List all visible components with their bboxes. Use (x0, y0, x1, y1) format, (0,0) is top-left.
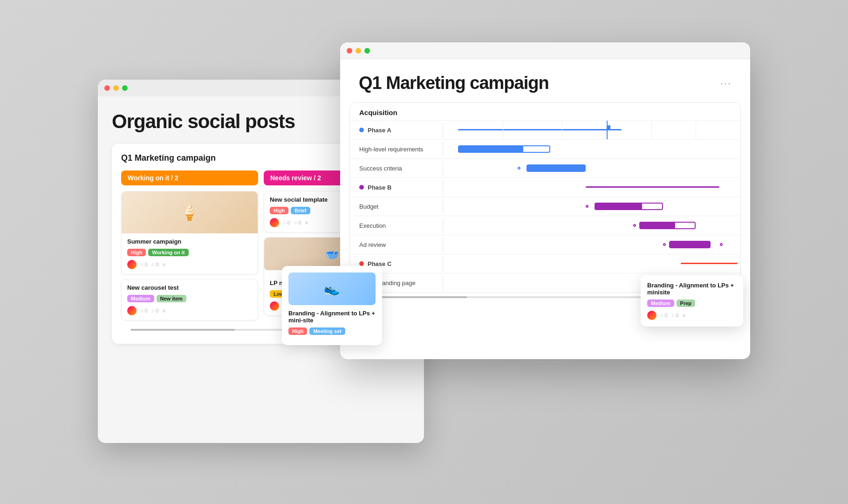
front-maximize-dot[interactable] (364, 48, 370, 54)
arrow-adreview (663, 243, 666, 246)
minimize-dot[interactable] (113, 85, 119, 91)
phase-b-line (586, 186, 719, 188)
phase-a-line (458, 129, 622, 130)
sc-bar (527, 164, 586, 172)
hlr-label: High-level requirements (350, 142, 443, 157)
phase-b-name: Phase B (368, 184, 391, 191)
gantt-container: Acquisition Phase A (349, 102, 741, 293)
avatar-brand (647, 311, 657, 320)
budget-outline (639, 203, 663, 210)
gantt-row-sc: Success criteria (350, 158, 740, 177)
hlr-bar-2 (520, 145, 550, 153)
tag-high-brand: High (288, 327, 307, 335)
avatar-summer (127, 260, 137, 269)
summer-meta: ○ 0 ○ 0 ≡ (127, 260, 252, 269)
comment-icon: ○ 0 (140, 262, 148, 267)
tag-high: High (127, 249, 146, 256)
comment-count: ○ 0 (140, 308, 148, 313)
execution-bar (639, 222, 675, 229)
item-card-summer[interactable]: 🍦 Summer campaign High Working on it (121, 191, 258, 274)
gantt-row-phase-a: Phase A (350, 120, 740, 139)
grid-5 (696, 121, 696, 139)
phase-c-dot (359, 261, 364, 266)
budget-label: Budget (350, 199, 443, 214)
column-working: Working on it / 2 🍦 Summer campaign High… (121, 170, 258, 325)
execution-label: Execution (350, 218, 443, 233)
gantt-row-budget: Budget (350, 197, 740, 216)
social-comment: ○ 0 (283, 220, 290, 225)
phase-b-timeline (443, 178, 740, 197)
meta-icons-carousel: ○ 0 ○ 0 ≡ (140, 308, 165, 313)
avatar-social (270, 218, 279, 227)
link-icon: ○ 0 (151, 262, 159, 267)
tag-prep: Prep (677, 300, 695, 307)
tag-medium-carousel: Medium (127, 295, 154, 302)
branding-mini-tags: High Meeting set (288, 327, 376, 335)
tag-brief: Brief (291, 207, 310, 214)
tag-meeting-set: Meeting set (309, 327, 345, 335)
arrow-end (719, 243, 723, 246)
gantt-row-adreview: Ad review (350, 235, 740, 254)
more-icon: ≡ (163, 262, 165, 267)
gantt-row-phase-c: Phase C (350, 254, 740, 273)
social-link: ○ 0 (294, 220, 301, 225)
front-header: Q1 Marketing campaign ··· (340, 59, 750, 102)
budget-timeline (443, 197, 740, 216)
budget-bar (595, 203, 642, 210)
shoe-image: 👟 (288, 272, 376, 305)
grid-2 (562, 121, 562, 139)
floating-card-branding-mini: 👟 Branding - Alignment to LPs + mini-sit… (282, 266, 382, 345)
maximize-dot[interactable] (122, 85, 128, 91)
branding-lps-tags: Medium Prep (647, 300, 737, 307)
adreview-bar (669, 241, 711, 248)
item-card-carousel[interactable]: New carousel test Medium New item ○ 0 (121, 279, 258, 320)
tag-working: Working on it (148, 249, 188, 256)
meta-icons-social: ○ 0 ○ 0 ≡ (283, 220, 308, 225)
tag-new-item: New item (157, 295, 186, 302)
scene: Organic social posts Q1 Marketing campai… (98, 42, 750, 462)
sc-label: Success criteria (350, 161, 443, 176)
adreview-label: Ad review (350, 238, 443, 252)
front-close-dot[interactable] (347, 48, 352, 54)
gantt-section: Acquisition (350, 103, 740, 120)
phase-a-timeline (443, 121, 740, 139)
gantt-row-phase-b: Phase B (350, 177, 740, 197)
close-dot[interactable] (104, 85, 110, 91)
carousel-tags: Medium New item (127, 295, 252, 302)
phase-c-timeline (443, 254, 740, 273)
summer-image: 🍦 (122, 191, 258, 233)
carousel-meta: ○ 0 ○ 0 ≡ (127, 306, 252, 315)
grid-4 (651, 121, 652, 139)
branding-lps-title: Branding - Alignment to LPs + minisite (647, 282, 737, 296)
front-title: Q1 Marketing campaign (359, 73, 549, 93)
meta-icons-brand: ○ 0 ○ 0 ≡ (660, 313, 685, 318)
front-titlebar (340, 42, 750, 59)
front-minimize-dot[interactable] (356, 48, 361, 54)
brand-more: ≡ (683, 313, 685, 318)
phase-a-name: Phase A (368, 127, 391, 134)
more-button[interactable]: ··· (720, 77, 732, 89)
grid-3 (607, 121, 608, 139)
grid-1 (503, 121, 503, 139)
hlr-timeline (443, 140, 740, 158)
carousel-title: New carousel test (127, 284, 252, 291)
adreview-timeline (443, 235, 740, 254)
arrow-sc (517, 166, 520, 170)
summer-title: Summer campaign (127, 238, 252, 245)
arrow-execution (633, 224, 636, 227)
arrow-budget (585, 204, 589, 208)
avatar-carousel (127, 306, 137, 315)
phase-b-label: Phase B (350, 180, 443, 195)
gantt-row-hlr: High-level requirements (350, 139, 740, 158)
branding-mini-title: Branding - Alignment to LPs + mini-site (288, 310, 376, 324)
column-header-working: Working on it / 2 (121, 170, 258, 185)
tag-high-social: High (270, 207, 288, 214)
summer-tags: High Working on it (127, 249, 252, 256)
social-more: ≡ (305, 220, 308, 225)
execution-outline (672, 222, 696, 229)
avatar-lp (270, 301, 279, 311)
floating-card-branding-lps: Branding - Alignment to LPs + minisite M… (641, 275, 743, 327)
tag-medium-brand: Medium (647, 300, 674, 307)
phase-b-dot (359, 185, 364, 190)
gantt-row-execution: Execution (350, 216, 740, 235)
